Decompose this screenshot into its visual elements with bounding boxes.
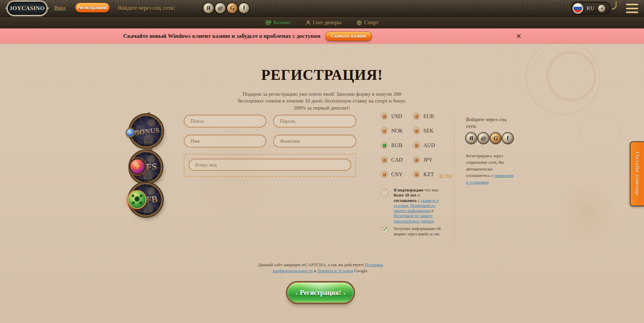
radio-icon xyxy=(381,156,388,163)
currency-option-cad[interactable]: CAD xyxy=(381,156,413,163)
rivets-decor xyxy=(559,3,560,14)
social-panel-note: Регистрируясь через социальные сети, Вы … xyxy=(466,153,514,186)
rivets-decor xyxy=(113,3,114,14)
google-terms-link[interactable]: Правила и Условия xyxy=(317,268,353,273)
mail-ru-icon[interactable]: @ xyxy=(478,133,489,144)
russia-flag-icon xyxy=(573,3,583,14)
dealer-icon xyxy=(306,20,311,25)
menu-button[interactable] xyxy=(626,4,638,13)
screw-icon xyxy=(5,7,7,9)
language-selector[interactable]: RU ▼ xyxy=(571,2,611,15)
currency-option-nok[interactable]: NOK xyxy=(381,127,413,134)
radio-icon xyxy=(381,171,388,178)
top-header: JOYCASINO Вход Регистрация! Войдите чере… xyxy=(0,0,644,17)
radio-icon xyxy=(413,127,420,134)
seam-divider xyxy=(522,0,523,17)
joycasino-logo[interactable]: JOYCASINO xyxy=(8,2,46,15)
fb-badge-label: FB xyxy=(146,194,158,205)
rivets-decor xyxy=(71,3,72,14)
radio-icon xyxy=(413,171,420,178)
page: JOYCASINO Вход Регистрация! Войдите чере… xyxy=(0,0,644,323)
rivets-decor xyxy=(49,3,50,14)
seam-divider xyxy=(69,0,69,17)
email-field[interactable] xyxy=(184,115,266,128)
banner-text: Скачайте новый Windows клиент казино и з… xyxy=(123,33,320,40)
currency-option-usd[interactable]: USD xyxy=(381,113,413,120)
register-header-button[interactable]: Регистрация! xyxy=(75,3,110,13)
logo-text: JOYCASINO xyxy=(9,5,45,12)
bonus-badges: BONUS ♦ ♦ ♦ ♦ + FS ♦ ♦ ♦ ♦ + FB ♦ ♦ ♦ ♦ xyxy=(122,114,169,225)
google-icon[interactable]: G xyxy=(490,133,501,144)
register-submit-button[interactable]: ◂Регистрация!▸ xyxy=(288,283,353,302)
page-subtitle: Подарок за регистрацию уже почти твой! З… xyxy=(234,91,410,111)
terms-text: Я подтверждаю что мне более 18 лет и сог… xyxy=(394,188,440,224)
radio-icon xyxy=(413,113,420,120)
radio-icon xyxy=(381,113,388,120)
bonus-code-field[interactable] xyxy=(188,159,351,171)
slot-machine-icon xyxy=(266,20,271,25)
first-name-field[interactable] xyxy=(184,135,266,147)
vertical-divider xyxy=(454,117,454,243)
soccer-ball-icon xyxy=(357,20,362,25)
login-link[interactable]: Вход xyxy=(54,5,66,11)
currency-option-sek[interactable]: SEK xyxy=(413,127,445,134)
main-nav: Казино Live дилеры Спорт xyxy=(0,17,644,28)
google-icon[interactable]: G xyxy=(227,3,238,14)
page-title: РЕГИСТРАЦИЯ! xyxy=(0,66,644,84)
currency-option-rub[interactable]: RUB xyxy=(381,142,413,149)
currency-selector: USD EUR NOK SEK RUB AUD CAD JPY CNY KZT xyxy=(381,113,445,178)
subscribe-text: Получать информацию об акциях через имей… xyxy=(394,226,442,237)
language-code: RU xyxy=(586,5,595,11)
currency-option-jpy[interactable]: JPY xyxy=(413,156,445,163)
arrow-left-icon: ◂ xyxy=(295,292,297,296)
currency-option-eur[interactable]: EUR xyxy=(413,113,445,120)
download-banner: Скачайте новый Windows клиент казино и з… xyxy=(0,28,644,44)
sketch-decor xyxy=(580,112,620,152)
seam-divider xyxy=(624,0,624,17)
facebook-icon[interactable]: f xyxy=(239,3,249,14)
recaptcha-notice: Данный сайт защищен reCAPTCHA, а так же … xyxy=(243,262,398,274)
download-casino-button[interactable]: Скачать казино xyxy=(325,31,372,41)
age-confirm-checkbox[interactable]: ✓ xyxy=(381,188,388,196)
password-field[interactable] xyxy=(273,115,356,128)
online-help-label: Онлайн помощь xyxy=(634,152,641,196)
mail-ru-icon[interactable]: @ xyxy=(215,3,226,14)
social-login-label: Войдите через соц. сети: xyxy=(118,5,175,11)
banner-close-icon[interactable]: ✕ xyxy=(515,32,523,40)
arrow-right-icon: ▸ xyxy=(344,292,346,296)
header-social-icons: Я @ G f xyxy=(203,3,249,14)
or-label: ИЛИ xyxy=(439,174,453,180)
chevron-down-icon[interactable]: ▼ xyxy=(598,5,605,12)
yandex-icon[interactable]: Я xyxy=(466,133,477,144)
fs-badge-label: FS xyxy=(146,161,157,172)
last-name-field[interactable] xyxy=(273,135,356,147)
online-help-tab[interactable]: Онлайн помощь xyxy=(630,141,644,206)
fs-orb-icon: + xyxy=(129,158,146,175)
facebook-icon[interactable]: f xyxy=(502,133,513,144)
tab-casino[interactable]: Казино xyxy=(266,20,290,26)
tab-live-dealers[interactable]: Live дилеры xyxy=(306,20,341,26)
social-panel-heading: Войдите через соц. сети: xyxy=(466,116,508,130)
stain-decor xyxy=(556,179,617,247)
personal-data-policy-link[interactable]: Политикой по защите персональных данных xyxy=(394,213,434,223)
fb-orb-icon xyxy=(128,190,147,209)
bonus-badge: BONUS ♦ ♦ ♦ ♦ xyxy=(131,116,161,146)
currency-option-cny[interactable]: CNY xyxy=(381,171,413,178)
radio-icon xyxy=(413,142,420,149)
seam-divider xyxy=(564,0,565,17)
panel-social-icons: Я @ G f xyxy=(466,133,513,144)
radio-icon xyxy=(381,127,388,134)
radio-icon xyxy=(413,156,420,163)
currency-option-aud[interactable]: AUD xyxy=(413,142,445,149)
radio-icon-selected xyxy=(381,142,388,149)
yandex-icon[interactable]: Я xyxy=(203,3,214,14)
subscribe-checkbox[interactable]: ✓ xyxy=(381,227,388,234)
tab-sport[interactable]: Спорт xyxy=(357,20,378,26)
bonus-orb-icon: + xyxy=(126,128,135,137)
